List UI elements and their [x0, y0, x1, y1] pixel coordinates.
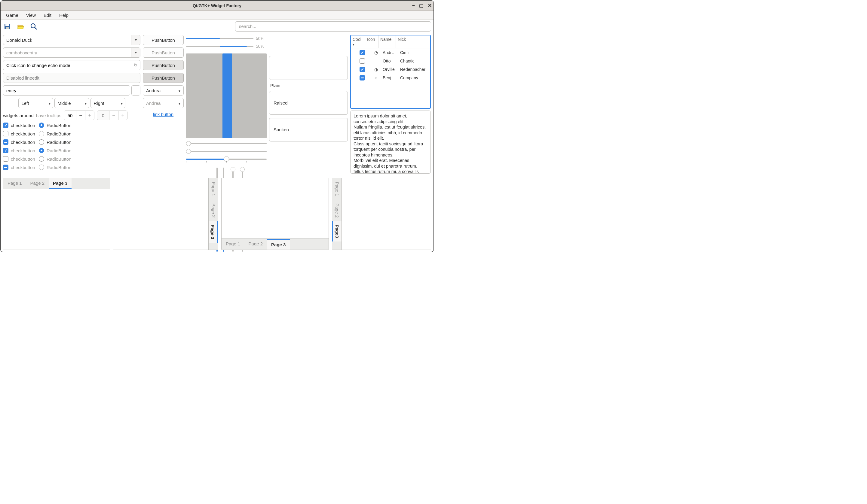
- entry-field[interactable]: [3, 85, 130, 96]
- menu-help[interactable]: Help: [56, 11, 72, 19]
- textview[interactable]: Lorem ipsum dolor sit amet, consectetur …: [350, 111, 431, 174]
- radio-6: [39, 165, 44, 170]
- pushbutton-1[interactable]: PushButton: [143, 35, 184, 45]
- entry-extra-button[interactable]: [131, 85, 140, 96]
- tab-page2[interactable]: Page 2: [26, 178, 49, 189]
- combo-right[interactable]: Right: [90, 98, 125, 108]
- hscale[interactable]: [186, 157, 267, 165]
- tab-page1[interactable]: Page 1: [3, 178, 26, 189]
- row-check[interactable]: [360, 75, 365, 80]
- row-icon: ◑: [370, 67, 383, 72]
- notebook-top: Page 1 Page 2 Page 3: [3, 178, 110, 250]
- echo-entry[interactable]: ↻: [3, 60, 140, 70]
- chevron-down-icon[interactable]: [131, 35, 140, 45]
- tab-page1[interactable]: Page 1: [208, 178, 218, 200]
- col-icon[interactable]: Icon: [365, 35, 378, 48]
- tab-page2[interactable]: Page 2: [208, 200, 218, 221]
- notebook-left: Page 1 Page 2 Page3: [332, 178, 431, 250]
- checkbox-4: [3, 148, 8, 153]
- menu-edit[interactable]: Edit: [40, 11, 55, 19]
- spinbox-2-input: [97, 111, 109, 120]
- chevron-down-icon[interactable]: [121, 101, 125, 106]
- search-icon[interactable]: [30, 22, 38, 31]
- spin-label-1: widgets around: [3, 113, 34, 118]
- pushbutton-3[interactable]: PushButton: [143, 60, 184, 70]
- treeview[interactable]: Cool Icon Name Nick ◔ Andr… Cimi: [350, 35, 431, 109]
- chevron-down-icon[interactable]: [49, 101, 53, 106]
- save-icon[interactable]: [3, 22, 11, 31]
- table-row[interactable]: ◔ Andr… Cimi: [351, 48, 430, 57]
- radio-2[interactable]: [39, 131, 44, 136]
- chevron-down-icon[interactable]: [131, 48, 140, 57]
- row-check[interactable]: [360, 50, 365, 55]
- combo-left[interactable]: Left: [18, 98, 53, 108]
- close-icon[interactable]: ✕: [428, 3, 432, 8]
- row-check[interactable]: [360, 67, 365, 72]
- checkbox-1[interactable]: [3, 122, 8, 128]
- tab-page2[interactable]: Page 2: [332, 200, 342, 221]
- col-nick[interactable]: Nick: [396, 35, 430, 48]
- spinbox-1[interactable]: − +: [64, 111, 94, 120]
- open-icon[interactable]: [16, 22, 25, 31]
- minimize-icon[interactable]: –: [412, 3, 415, 8]
- notebook-page: [222, 178, 329, 239]
- notebook-page: [342, 178, 431, 250]
- tab-page3[interactable]: Page3: [332, 221, 342, 241]
- tab-page3[interactable]: Page 3: [267, 239, 290, 250]
- checkbox-3[interactable]: [3, 139, 8, 145]
- checkbox-5: [3, 156, 8, 162]
- radio-4: [39, 148, 44, 153]
- spinbox-1-minus[interactable]: −: [76, 111, 85, 120]
- frame-plain-label: Plain: [269, 83, 348, 88]
- hslider-1[interactable]: [186, 141, 267, 146]
- entry-input[interactable]: [3, 88, 130, 93]
- checkbox-2[interactable]: [3, 131, 8, 136]
- notebook-right: Page 1 Page 2 Page 3: [113, 178, 218, 250]
- titlebar: Qt/GTK+ Widget Factory – ▢ ✕: [1, 1, 434, 11]
- echo-input[interactable]: [3, 63, 134, 68]
- spinbox-2-plus[interactable]: +: [118, 111, 127, 120]
- hslider-2[interactable]: [186, 149, 267, 154]
- combobox-entry[interactable]: comboboxentry: [3, 47, 140, 58]
- radio-3[interactable]: [39, 139, 44, 145]
- notebook-page: [113, 178, 208, 250]
- combobox-character[interactable]: Donald Duck: [3, 35, 140, 45]
- checkbox-6: [3, 165, 8, 170]
- tab-page3[interactable]: Page 3: [208, 221, 218, 243]
- chevron-down-icon: [179, 101, 180, 106]
- search-input[interactable]: [235, 21, 431, 32]
- spinbox-2-minus: −: [109, 111, 118, 120]
- spin-label-2: have tooltips: [36, 113, 61, 118]
- notebook-page: [3, 189, 110, 250]
- tab-page1[interactable]: Page 1: [332, 178, 342, 200]
- svg-rect-2: [6, 27, 9, 29]
- toolbar: [1, 20, 434, 33]
- row-check[interactable]: [360, 58, 365, 64]
- menu-view[interactable]: View: [23, 11, 39, 19]
- chevron-down-icon[interactable]: [179, 88, 180, 93]
- combobox-entry-placeholder: comboboxentry: [3, 50, 131, 55]
- disabled-entry: [3, 73, 140, 83]
- spinbox-1-input[interactable]: [64, 111, 76, 120]
- menu-game[interactable]: Game: [2, 11, 22, 19]
- chevron-down-icon[interactable]: [85, 101, 89, 106]
- tab-page3[interactable]: Page 3: [49, 178, 72, 189]
- col-name[interactable]: Name: [378, 35, 396, 48]
- tab-page2[interactable]: Page 2: [244, 239, 267, 250]
- combo-middle[interactable]: Middle: [54, 98, 89, 108]
- combo-andrea-2: Andrea: [143, 98, 184, 108]
- tab-page1[interactable]: Page 1: [222, 239, 244, 250]
- refresh-icon[interactable]: ↻: [134, 63, 140, 68]
- col-cool[interactable]: Cool: [351, 35, 365, 48]
- radio-1[interactable]: [39, 122, 44, 128]
- maximize-icon[interactable]: ▢: [419, 3, 424, 8]
- combo-andrea-1[interactable]: Andrea: [143, 85, 184, 96]
- table-row[interactable]: ☼ Benj… Company: [351, 74, 430, 82]
- table-row[interactable]: ◑ Orville Redenbacher: [351, 65, 430, 74]
- pushbutton-4[interactable]: PushButton: [143, 73, 184, 83]
- disabled-input: [3, 75, 140, 80]
- row-icon: ◔: [370, 50, 383, 55]
- spinbox-1-plus[interactable]: +: [85, 111, 94, 120]
- link-button[interactable]: link button: [143, 111, 184, 118]
- table-row[interactable]: Otto Chaotic: [351, 57, 430, 65]
